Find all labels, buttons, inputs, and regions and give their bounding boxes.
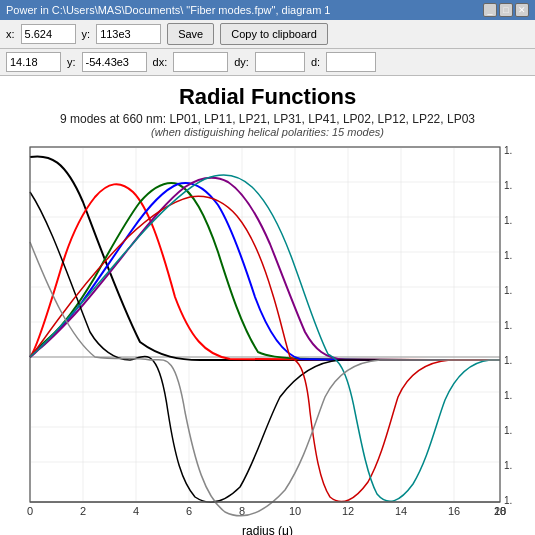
save-button[interactable]: Save	[167, 23, 214, 45]
window-controls: _ □ ✕	[483, 3, 529, 17]
dx-label: dx:	[153, 56, 168, 68]
x-label: x:	[6, 28, 15, 40]
dy-label: dy:	[234, 56, 249, 68]
svg-text:16: 16	[448, 505, 460, 517]
chart-area: Radial Functions 9 modes at 660 nm: LP01…	[0, 76, 535, 535]
svg-text:4: 4	[133, 505, 139, 517]
title-text: Power in C:\Users\MAS\Documents\ "Fiber …	[6, 4, 330, 16]
svg-text:1.: 1.	[504, 285, 512, 296]
dy-input[interactable]	[255, 52, 305, 72]
dx-input[interactable]	[173, 52, 228, 72]
x-input[interactable]	[21, 24, 76, 44]
svg-text:1.: 1.	[504, 390, 512, 401]
copy-clipboard-button[interactable]: Copy to clipboard	[220, 23, 328, 45]
svg-text:1.: 1.	[504, 495, 512, 506]
svg-text:1.: 1.	[504, 320, 512, 331]
maximize-button[interactable]: □	[499, 3, 513, 17]
chart-subtitle1: 9 modes at 660 nm: LP01, LP11, LP21, LP3…	[0, 112, 535, 126]
svg-text:10: 10	[289, 505, 301, 517]
svg-text:20: 20	[494, 505, 506, 517]
d-label: d:	[311, 56, 320, 68]
minimize-button[interactable]: _	[483, 3, 497, 17]
chart-title: Radial Functions	[0, 76, 535, 112]
chart-subtitle2: (when distiguishing helical polarities: …	[0, 126, 535, 138]
svg-text:6: 6	[186, 505, 192, 517]
chart-plot-area[interactable]: 0 2 4 6 8 10 12 14 16 18 20 1. 1. 1. 1.	[0, 142, 535, 532]
svg-text:2: 2	[80, 505, 86, 517]
chart-svg: 0 2 4 6 8 10 12 14 16 18 20 1. 1. 1. 1.	[0, 142, 535, 532]
svg-text:12: 12	[342, 505, 354, 517]
x2-input[interactable]	[6, 52, 61, 72]
y-input[interactable]	[96, 24, 161, 44]
d-input[interactable]	[326, 52, 376, 72]
svg-text:1.: 1.	[504, 355, 512, 366]
close-button[interactable]: ✕	[515, 3, 529, 17]
svg-text:1.: 1.	[504, 425, 512, 436]
svg-text:1.: 1.	[504, 250, 512, 261]
svg-text:0: 0	[27, 505, 33, 517]
svg-text:1.: 1.	[504, 215, 512, 226]
svg-text:14: 14	[395, 505, 407, 517]
svg-text:1.: 1.	[504, 145, 512, 156]
svg-text:1.: 1.	[504, 180, 512, 191]
y-label: y:	[82, 28, 91, 40]
y2-label: y:	[67, 56, 76, 68]
y2-input[interactable]	[82, 52, 147, 72]
svg-text:1.: 1.	[504, 460, 512, 471]
title-bar: Power in C:\Users\MAS\Documents\ "Fiber …	[0, 0, 535, 20]
